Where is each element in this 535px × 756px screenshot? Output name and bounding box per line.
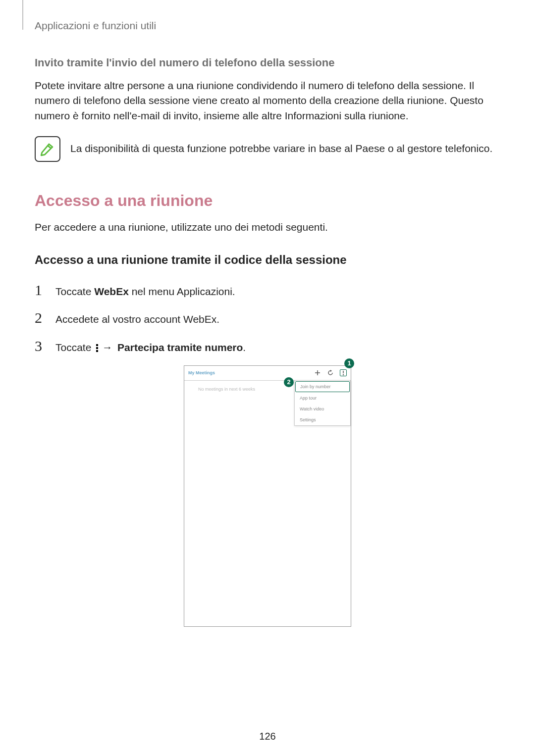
body-paragraph-1: Potete invitare altre persone a una riun… (35, 78, 500, 123)
main-heading: Accesso a una riunione (35, 192, 500, 210)
step-text-pre: Toccate (55, 342, 94, 353)
step-text-pre: Toccate (55, 286, 94, 297)
document-page: Applicazioni e funzioni utili Invito tra… (0, 0, 535, 756)
step-3: 3 Toccate → Partecipa tramite numero. (35, 338, 500, 354)
phone-frame: My Meetings No meetings in next 6 weeks … (184, 365, 351, 627)
dropdown-item-app-tour[interactable]: App tour (295, 393, 350, 403)
header-icons (314, 369, 347, 376)
step-text-bold: Partecipa tramite numero (114, 342, 243, 353)
dropdown-item-join-by-number[interactable]: Join by number (295, 381, 350, 392)
running-header: Applicazioni e funzioni utili (35, 20, 500, 32)
phone-screenshot: 1 2 My Meetings No meetings in next 6 we (184, 365, 351, 627)
arrow-right-icon: → (102, 340, 112, 354)
subheading-invite: Invito tramite l'invio del numero di tel… (35, 56, 500, 69)
dropdown-item-watch-video[interactable]: Watch video (295, 403, 350, 414)
steps-list: 1 Toccate WebEx nel menu Applicazioni. 2… (35, 282, 500, 354)
step-text: Toccate WebEx nel menu Applicazioni. (55, 284, 235, 299)
step-text-post: nel menu Applicazioni. (129, 286, 235, 297)
subheading-session-code: Accesso a una riunione tramite il codice… (35, 253, 500, 267)
step-text: Accedete al vostro account WebEx. (55, 312, 219, 326)
note-icon (35, 136, 60, 162)
step-number: 3 (35, 338, 47, 354)
callout-2: 2 (284, 377, 294, 387)
callout-1: 1 (344, 358, 354, 368)
margin-line (22, 0, 23, 30)
phone-header-bar: My Meetings (184, 366, 351, 381)
more-vert-icon (96, 344, 98, 352)
step-number: 1 (35, 282, 47, 299)
dropdown-item-settings[interactable]: Settings (295, 414, 350, 425)
more-button[interactable] (340, 369, 347, 376)
pen-icon (39, 141, 56, 157)
more-vert-icon (343, 371, 344, 375)
plus-icon[interactable] (314, 369, 321, 376)
step-2: 2 Accedete al vostro account WebEx. (35, 309, 500, 326)
note-block: La disponibilità di questa funzione potr… (35, 136, 500, 162)
page-number: 126 (0, 731, 535, 742)
note-text: La disponibilità di questa funzione potr… (70, 136, 492, 156)
step-number: 2 (35, 309, 47, 326)
step-text: Toccate → Partecipa tramite numero. (55, 340, 246, 354)
dropdown-menu: Join by number App tour Watch video Sett… (294, 380, 351, 426)
step-text-post: . (243, 342, 246, 353)
step-1: 1 Toccate WebEx nel menu Applicazioni. (35, 282, 500, 299)
refresh-icon[interactable] (327, 369, 334, 376)
phone-title: My Meetings (188, 370, 215, 375)
step-text-bold: WebEx (94, 286, 129, 297)
body-paragraph-2: Per accedere a una riunione, utilizzate … (35, 220, 500, 235)
